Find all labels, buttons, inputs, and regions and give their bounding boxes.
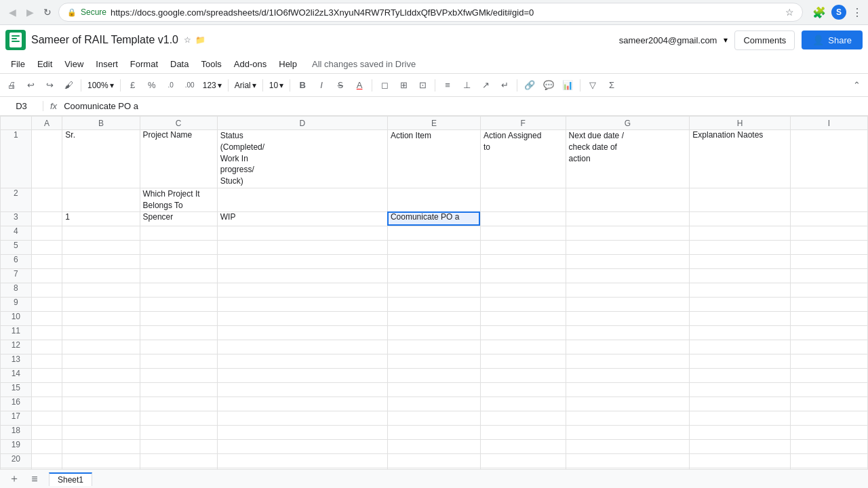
col-header-A[interactable]: A	[31, 117, 62, 130]
col-header-D[interactable]: D	[217, 117, 387, 130]
cell-G1[interactable]: Next due date /check date ofaction	[566, 130, 690, 188]
cell-D3[interactable]: WIP	[217, 211, 387, 226]
comment-button[interactable]: 💬	[540, 77, 557, 94]
spreadsheet-grid[interactable]: A B C D E F G H I 1 Sr. Project Name Sta…	[0, 116, 868, 475]
cell-E2[interactable]	[387, 188, 480, 212]
valign-button[interactable]: ⊥	[458, 77, 475, 94]
cell-H3[interactable]	[690, 211, 790, 226]
profile-icon[interactable]: S	[831, 5, 846, 20]
menu-edit[interactable]: Edit	[32, 57, 58, 71]
col-header-B[interactable]: B	[62, 117, 140, 130]
borders-button[interactable]: ⊞	[395, 77, 412, 94]
sheet-tab-sheet1[interactable]: Sheet1	[49, 470, 92, 475]
cell-C1[interactable]: Project Name	[140, 130, 217, 188]
add-sheet-button[interactable]: ＋	[5, 470, 23, 476]
cell-reference[interactable]: D3	[3, 101, 43, 111]
menu-addons[interactable]: Add-ons	[229, 57, 272, 71]
col-header-F[interactable]: F	[480, 117, 566, 130]
filter-button[interactable]: ▽	[584, 77, 601, 94]
menu-file[interactable]: File	[5, 57, 31, 71]
cell-B1[interactable]: Sr.	[62, 130, 140, 188]
extensions-icon[interactable]: 🧩	[812, 6, 826, 19]
table-row: 2 Which Project ItBelongs To	[1, 188, 868, 212]
cell-D2[interactable]	[217, 188, 387, 212]
bookmark-icon[interactable]: ☆	[785, 7, 794, 18]
table-row: 5	[1, 240, 868, 254]
paint-format-button[interactable]: 🖌	[60, 77, 77, 94]
back-button[interactable]: ◀	[5, 5, 19, 19]
chart-button[interactable]: 📊	[559, 77, 576, 94]
currency-button[interactable]: £	[124, 77, 142, 94]
zoom-dropdown[interactable]: 100% ▾	[85, 77, 117, 94]
text-wrap-button[interactable]: ↵	[496, 77, 513, 94]
cell-F2[interactable]	[480, 188, 566, 212]
cell-E1[interactable]: Action Item	[387, 130, 480, 188]
cell-H2[interactable]	[690, 188, 790, 212]
address-bar[interactable]: 🔒 Secure https://docs.google.com/spreads…	[58, 3, 803, 22]
cell-A3[interactable]	[31, 211, 62, 226]
merge-button[interactable]: ⊡	[414, 77, 431, 94]
cell-B2[interactable]	[62, 188, 140, 212]
star-icon[interactable]: ☆	[184, 35, 191, 45]
cell-F1[interactable]: Action Assignedto	[480, 130, 566, 188]
share-button[interactable]: 👤 Share	[802, 30, 863, 49]
percent-button[interactable]: %	[143, 77, 161, 94]
sheet-tab-label[interactable]: Sheet1	[49, 472, 92, 476]
col-header-G[interactable]: G	[566, 117, 690, 130]
link-button[interactable]: 🔗	[521, 77, 538, 94]
fill-color-button[interactable]: ◻	[376, 77, 393, 94]
comments-button[interactable]: Comments	[734, 30, 795, 50]
font-color-button[interactable]: A	[351, 77, 368, 94]
cell-F3[interactable]	[480, 211, 566, 226]
document-title: Sameer of RAIL Template v1.0	[31, 34, 178, 46]
print-button[interactable]: 🖨	[3, 77, 20, 94]
cell-E3-selected[interactable]: Coomunicate PO a	[387, 211, 480, 226]
col-header-I[interactable]: I	[790, 117, 867, 130]
col-header-C[interactable]: C	[140, 117, 217, 130]
redo-button[interactable]: ↪	[41, 77, 58, 94]
undo-button[interactable]: ↩	[22, 77, 39, 94]
font-dropdown[interactable]: Arial ▾	[232, 77, 259, 94]
dropdown-icon[interactable]: ▾	[724, 35, 728, 45]
cell-I2[interactable]	[790, 188, 867, 212]
cell-D1[interactable]: Status(Completed/Work Inprogress/Stuck)	[217, 130, 387, 188]
col-header-E[interactable]: E	[387, 117, 480, 130]
chrome-menu-icon[interactable]: ⋮	[852, 6, 863, 19]
forward-button[interactable]: ▶	[23, 5, 37, 19]
browser-controls: 🧩 S ⋮	[812, 5, 863, 20]
cell-A1[interactable]	[31, 130, 62, 188]
text-rotation-button[interactable]: ↗	[477, 77, 494, 94]
cell-G2[interactable]	[566, 188, 690, 212]
cell-I3[interactable]	[790, 211, 867, 226]
cell-I1[interactable]	[790, 130, 867, 188]
refresh-button[interactable]: ↻	[41, 5, 54, 19]
functions-button[interactable]: Σ	[603, 77, 620, 94]
more-formats-dropdown[interactable]: 123 ▾	[200, 77, 224, 94]
font-size-dropdown[interactable]: 10 ▾	[267, 77, 286, 94]
cell-C2[interactable]: Which Project ItBelongs To	[140, 188, 217, 212]
menu-help[interactable]: Help	[273, 57, 302, 71]
menu-data[interactable]: Data	[165, 57, 194, 71]
cell-A2[interactable]	[31, 188, 62, 212]
table-row: 9	[1, 297, 868, 311]
bold-button[interactable]: B	[294, 77, 311, 94]
share-label: Share	[828, 35, 852, 45]
col-header-H[interactable]: H	[690, 117, 790, 130]
decimal-dec-button[interactable]: .0	[162, 77, 180, 94]
halign-button[interactable]: ≡	[439, 77, 456, 94]
cell-C3[interactable]: Spencer	[140, 211, 217, 226]
menu-insert[interactable]: Insert	[90, 57, 123, 71]
cell-G3[interactable]	[566, 211, 690, 226]
menu-format[interactable]: Format	[125, 57, 163, 71]
strikethrough-button[interactable]: S̶	[332, 77, 349, 94]
decimal-inc-button[interactable]: .00	[181, 77, 199, 94]
menu-tools[interactable]: Tools	[195, 57, 226, 71]
folder-icon[interactable]: 📁	[195, 35, 205, 45]
zoom-dropdown-icon: ▾	[110, 81, 114, 90]
cell-B3[interactable]: 1	[62, 211, 140, 226]
all-sheets-button[interactable]: ≡	[26, 470, 43, 476]
cell-H1[interactable]: Explanation Naotes	[690, 130, 790, 188]
expand-button[interactable]: ⌃	[848, 77, 865, 94]
menu-view[interactable]: View	[59, 57, 89, 71]
italic-button[interactable]: I	[313, 77, 330, 94]
